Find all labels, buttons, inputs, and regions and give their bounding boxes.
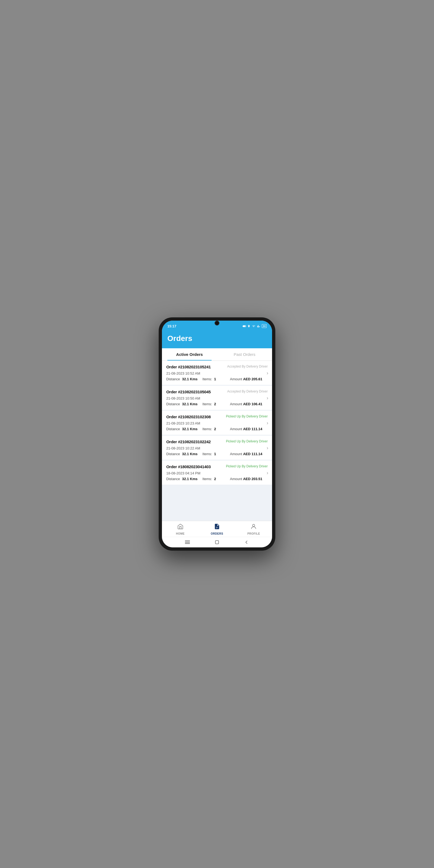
order-datetime-1: 21-08-2023 10:52 AM [166, 371, 268, 375]
distance-4: Distance 32.1 Kms [166, 452, 197, 456]
order-header-1: Order #21082023105241 Accepted By Delive… [166, 365, 268, 369]
home-label: HOME [176, 532, 185, 535]
distance-2: Distance 32.1 Kms [166, 402, 197, 406]
status-icons: 24 [243, 324, 267, 328]
order-card-1[interactable]: Order #21082023105241 Accepted By Delive… [162, 361, 272, 385]
items-2: Items: 2 [203, 402, 216, 406]
nav-item-orders[interactable]: ORDERS [198, 523, 235, 535]
chevron-icon-5[interactable]: › [267, 470, 268, 475]
android-home-btn[interactable] [214, 539, 220, 545]
location-icon [247, 324, 250, 328]
order-number-5: Order #18082023041403 [166, 464, 211, 469]
tab-active-orders[interactable]: Active Orders [162, 348, 217, 361]
profile-label: PROFILE [247, 532, 260, 535]
order-datetime-5: 18-08-2023 04:14 PM [166, 471, 268, 475]
order-card-5[interactable]: Order #18082023041403 Picked Up By Deliv… [162, 461, 272, 485]
order-card-2[interactable]: Order #21082023105045 Accepted By Delive… [162, 386, 272, 410]
android-menu-btn[interactable] [184, 539, 190, 545]
order-datetime-2: 21-08-2023 10:50 AM [166, 396, 268, 400]
order-amount-4: Amount AED 111.14 [230, 452, 262, 456]
distance-1: Distance 32.1 Kms [166, 377, 197, 381]
android-nav [162, 537, 272, 547]
order-meta-1: Distance 32.1 Kms Items: 1 [166, 377, 216, 381]
order-datetime-4: 21-08-2023 10:22 AM [166, 446, 268, 450]
order-card-3[interactable]: Order #21082023102308 Picked Up By Deliv… [162, 411, 272, 435]
order-details-2: Distance 32.1 Kms Items: 2 Amount AED 10… [166, 402, 268, 406]
order-header-3: Order #21082023102308 Picked Up By Deliv… [166, 414, 268, 419]
distance-5: Distance 32.1 Kms [166, 477, 197, 481]
items-5: Items: 2 [203, 477, 216, 481]
chevron-icon-2[interactable]: › [267, 395, 268, 401]
orders-list: Order #21082023105241 Accepted By Delive… [162, 361, 272, 521]
order-card-4[interactable]: Order #21082023102242 Picked Up By Deliv… [162, 436, 272, 460]
chevron-icon-4[interactable]: › [267, 445, 268, 451]
order-header-5: Order #18082023041403 Picked Up By Deliv… [166, 464, 268, 469]
phone-screen: 15:17 24 Orders [162, 321, 272, 547]
order-details-1: Distance 32.1 Kms Items: 1 Amount AED 20… [166, 377, 268, 381]
order-status-1: Accepted By Delivery Driver [227, 365, 268, 368]
order-status-4: Picked Up By Delivery Driver [226, 439, 268, 443]
items-4: Items: 1 [203, 452, 216, 456]
vibrate-icon [243, 324, 246, 328]
profile-icon [250, 523, 257, 531]
page-title: Orders [167, 334, 267, 343]
tab-past-orders[interactable]: Past Orders [217, 348, 272, 361]
order-amount-5: Amount AED 203.51 [230, 477, 262, 481]
battery-icon: 24 [262, 324, 267, 328]
camera-notch [215, 321, 219, 326]
items-3: Items: 2 [203, 427, 216, 431]
svg-point-0 [252, 524, 255, 527]
order-status-3: Picked Up By Delivery Driver [226, 414, 268, 418]
order-status-2: Accepted By Delivery Driver [227, 390, 268, 393]
order-header-2: Order #21082023105045 Accepted By Delive… [166, 390, 268, 394]
list-spacer [162, 486, 272, 491]
order-meta-3: Distance 32.1 Kms Items: 2 [166, 427, 216, 431]
home-icon [177, 523, 184, 531]
order-details-3: Distance 32.1 Kms Items: 2 Amount AED 11… [166, 427, 268, 431]
order-number-4: Order #21082023102242 [166, 439, 211, 444]
chevron-icon-3[interactable]: › [267, 420, 268, 426]
order-header-4: Order #21082023102242 Picked Up By Deliv… [166, 439, 268, 444]
status-time: 15:17 [167, 324, 176, 328]
order-number-1: Order #21082023105241 [166, 365, 211, 369]
nav-item-profile[interactable]: PROFILE [236, 523, 272, 535]
order-number-3: Order #21082023102308 [166, 414, 211, 419]
distance-3: Distance 32.1 Kms [166, 427, 197, 431]
order-number-2: Order #21082023105045 [166, 390, 211, 394]
order-status-5: Picked Up By Delivery Driver [226, 464, 268, 468]
order-datetime-3: 21-08-2023 10:23 AM [166, 421, 268, 425]
items-1: Items: 1 [203, 377, 216, 381]
order-amount-2: Amount AED 106.41 [230, 402, 262, 406]
wifi-icon [252, 325, 255, 328]
android-back-btn[interactable] [244, 539, 250, 545]
order-meta-2: Distance 32.1 Kms Items: 2 [166, 402, 216, 406]
order-amount-1: Amount AED 205.61 [230, 377, 262, 381]
phone-shell: 15:17 24 Orders [159, 317, 275, 551]
app-header: Orders [162, 330, 272, 348]
order-details-5: Distance 32.1 Kms Items: 2 Amount AED 20… [166, 477, 268, 481]
chevron-icon-1[interactable]: › [267, 370, 268, 376]
orders-icon [214, 523, 220, 531]
order-meta-5: Distance 32.1 Kms Items: 2 [166, 477, 216, 481]
signal-icon [257, 325, 260, 328]
order-amount-3: Amount AED 111.14 [230, 427, 262, 431]
orders-label: ORDERS [211, 532, 223, 535]
tabs-container: Active Orders Past Orders [162, 348, 272, 361]
order-details-4: Distance 32.1 Kms Items: 1 Amount AED 11… [166, 452, 268, 456]
svg-rect-4 [215, 540, 219, 544]
order-meta-4: Distance 32.1 Kms Items: 1 [166, 452, 216, 456]
bottom-nav: HOME ORDERS PROFILE [162, 521, 272, 537]
nav-item-home[interactable]: HOME [162, 523, 198, 535]
